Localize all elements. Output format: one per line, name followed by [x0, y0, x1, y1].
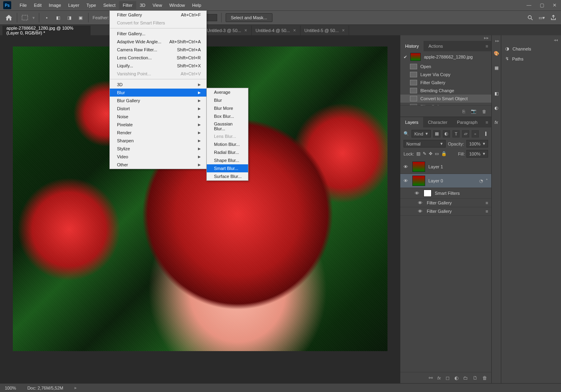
swatches-icon[interactable]: ▦ — [492, 64, 500, 72]
filter-smart-icon[interactable]: ▫ — [472, 130, 479, 137]
panel-menu-icon[interactable]: ≡ — [482, 120, 491, 125]
fx-icon[interactable]: fx — [492, 118, 500, 126]
visibility-icon[interactable]: 👁 — [404, 178, 409, 183]
layer-filter-kind[interactable]: Kind▾ — [412, 130, 431, 137]
menu-item-motion-blur-[interactable]: Motion Blur... — [207, 140, 248, 148]
home-icon[interactable] — [5, 14, 13, 21]
filter-mask-thumb[interactable] — [424, 190, 432, 197]
menu-item-lens-correction-[interactable]: Lens Correction...Shift+Ctrl+R — [110, 54, 206, 62]
search-icon[interactable] — [527, 15, 533, 20]
menu-item-video[interactable]: Video▶ — [110, 153, 206, 161]
menu-item-liquify-[interactable]: Liquify...Shift+Ctrl+X — [110, 62, 206, 70]
menu-item-render[interactable]: Render▶ — [110, 129, 206, 137]
fill-input[interactable]: 100%▾ — [466, 150, 488, 158]
lock-pixels-icon[interactable]: ▨ — [416, 151, 420, 156]
search-icon[interactable]: 🔍 — [404, 131, 409, 136]
layer-row[interactable]: 👁 Layer 1 — [400, 160, 491, 174]
new-document-icon[interactable]: ⎘ — [462, 109, 465, 114]
layer-name[interactable]: Filter Gallery — [427, 200, 452, 205]
menu-item-blur-more[interactable]: Blur More — [207, 104, 248, 112]
tab-paragraph[interactable]: Paragraph — [452, 117, 482, 127]
layer-style-icon[interactable]: fx — [438, 375, 441, 381]
filter-shape-icon[interactable]: ▱ — [462, 130, 469, 137]
new-layer-icon[interactable]: 🗋 — [473, 375, 478, 381]
menu-item-blur[interactable]: Blur▶ — [110, 89, 206, 97]
collapse-panels-icon[interactable]: ▸▸ — [400, 35, 491, 41]
channels-button[interactable]: ◑ Channels — [501, 44, 561, 54]
menu-view[interactable]: View — [149, 1, 166, 9]
history-brush-icon[interactable]: ✔ — [404, 55, 407, 60]
menu-item-gaussian-blur-[interactable]: Gaussian Blur... — [207, 120, 248, 132]
menu-item-adaptive-wide-angle-[interactable]: Adaptive Wide Angle...Alt+Shift+Ctrl+A — [110, 38, 206, 46]
doc-tab-0[interactable]: apple-2788662_1280.jpg @ 100% (Layer 0, … — [2, 26, 91, 35]
tab-character[interactable]: Character — [423, 117, 452, 127]
tab-layers[interactable]: Layers — [400, 117, 423, 127]
menu-item-average[interactable]: Average — [207, 88, 248, 96]
layer-row[interactable]: 👁 Smart Filters — [400, 188, 491, 199]
menu-image[interactable]: Image — [45, 1, 65, 9]
doc-tab-1[interactable]: Untitled-3 @ 50...× — [203, 26, 252, 35]
panel-menu-icon[interactable]: ≡ — [482, 44, 491, 48]
delete-icon[interactable]: 🗑 — [482, 375, 487, 381]
share-icon[interactable] — [551, 15, 556, 20]
layer-mask-icon[interactable]: ◻ — [446, 375, 450, 381]
selection-subtract-icon[interactable]: ◨ — [66, 14, 73, 21]
doc-tab-2[interactable]: Untitled-4 @ 50...× — [252, 26, 301, 35]
history-step[interactable]: Filter Gallery — [400, 79, 491, 87]
new-snapshot-icon[interactable]: 📷 — [471, 109, 476, 114]
menu-item-filter-gallery-[interactable]: Filter Gallery... — [110, 30, 206, 38]
marquee-tool-icon[interactable] — [21, 14, 28, 21]
visibility-icon[interactable]: 👁 — [418, 209, 424, 214]
visibility-icon[interactable]: 👁 — [418, 200, 424, 205]
layer-name[interactable]: Layer 1 — [428, 164, 443, 169]
layer-thumb[interactable] — [412, 162, 425, 172]
menu-item-3d[interactable]: 3D▶ — [110, 81, 206, 89]
menu-layer[interactable]: Layer — [65, 1, 83, 9]
select-and-mask-button[interactable]: Select and Mask... — [226, 13, 272, 22]
menu-3d[interactable]: 3D — [136, 1, 149, 9]
tab-history[interactable]: History — [400, 41, 424, 51]
close-icon[interactable]: × — [244, 28, 247, 33]
menu-select[interactable]: Select — [100, 1, 119, 9]
menu-item-blur[interactable]: Blur — [207, 96, 248, 104]
history-step[interactable]: Open — [400, 63, 491, 71]
expand-icon[interactable]: ˄ — [486, 178, 488, 184]
visibility-icon[interactable]: 👁 — [415, 191, 420, 196]
history-step[interactable]: Convert to Smart Object — [400, 95, 491, 103]
paths-button[interactable]: ↯ Paths — [501, 54, 561, 64]
filter-adjust-icon[interactable]: ◐ — [443, 130, 450, 137]
link-layers-icon[interactable]: ⚯ — [429, 375, 433, 381]
menu-edit[interactable]: Edit — [30, 1, 45, 9]
lock-artboard-icon[interactable]: ▭ — [435, 151, 439, 156]
filter-options-icon[interactable]: ≡ — [486, 200, 488, 205]
collapse-icon[interactable]: ◂◂ — [501, 38, 561, 44]
adjustments-icon[interactable]: ◧ — [492, 89, 500, 97]
close-button[interactable]: ✕ — [548, 0, 561, 10]
layer-name[interactable]: Layer 0 — [428, 178, 443, 183]
collapse-icon[interactable]: ▸▸ — [495, 38, 501, 43]
menu-item-shape-blur-[interactable]: Shape Blur... — [207, 156, 248, 164]
menu-window[interactable]: Window — [165, 1, 188, 9]
menu-item-blur-gallery[interactable]: Blur Gallery▶ — [110, 97, 206, 105]
menu-item-other[interactable]: Other▶ — [110, 161, 206, 169]
close-icon[interactable]: × — [293, 28, 296, 33]
selection-add-icon[interactable]: ◧ — [54, 14, 62, 21]
menu-item-surface-blur-[interactable]: Surface Blur... — [207, 172, 248, 180]
color-icon[interactable]: 🎨 — [492, 49, 500, 57]
menu-item-box-blur-[interactable]: Box Blur... — [207, 112, 248, 120]
layer-row[interactable]: 👁 Filter Gallery ≡ — [400, 199, 491, 207]
history-step[interactable]: Filter Gallery — [400, 103, 491, 105]
menu-filter[interactable]: Filter — [119, 1, 136, 9]
adjustment-layer-icon[interactable]: ◐ — [454, 375, 458, 381]
menu-type[interactable]: Type — [83, 1, 100, 9]
lock-position-icon[interactable]: ✥ — [429, 151, 432, 156]
menu-item-sharpen[interactable]: Sharpen▶ — [110, 137, 206, 145]
visibility-icon[interactable]: 👁 — [404, 164, 409, 169]
filter-pixel-icon[interactable]: ▦ — [433, 130, 440, 137]
group-icon[interactable]: 🗀 — [463, 375, 468, 381]
menu-item-stylize[interactable]: Stylize▶ — [110, 145, 206, 153]
menu-item-pixelate[interactable]: Pixelate▶ — [110, 121, 206, 129]
zoom-level[interactable]: 100% — [5, 386, 16, 390]
tab-actions[interactable]: Actions — [424, 41, 448, 51]
filter-toggle-icon[interactable]: ⏽ — [484, 131, 488, 136]
